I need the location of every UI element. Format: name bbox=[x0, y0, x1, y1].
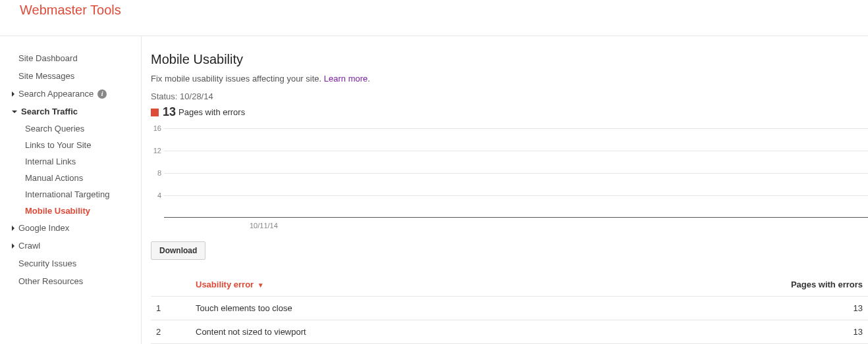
legend-count: 13 bbox=[163, 105, 176, 119]
sidebar-item-label: Internal Links bbox=[25, 157, 76, 166]
chart-y-tick: 4 bbox=[151, 191, 161, 199]
chart-x-tick: 10/11/14 bbox=[250, 222, 278, 230]
sidebar-nav: Site Dashboard Site Messages Search Appe… bbox=[0, 36, 142, 344]
learn-more-link[interactable]: Learn more bbox=[324, 74, 367, 84]
sidebar-item-label: Site Dashboard bbox=[18, 53, 78, 63]
sidebar-item-label: Search Queries bbox=[25, 124, 84, 134]
chevron-right-icon bbox=[12, 91, 14, 97]
sidebar-item-search-traffic[interactable]: Search Traffic bbox=[12, 103, 141, 120]
chart-y-tick: 16 bbox=[151, 124, 161, 132]
sidebar-item-crawl[interactable]: Crawl bbox=[12, 237, 141, 255]
chart-y-tick: 12 bbox=[151, 147, 161, 155]
sidebar-item-dashboard[interactable]: Site Dashboard bbox=[12, 49, 141, 67]
sidebar-item-links-to-site[interactable]: Links to Your Site bbox=[25, 137, 141, 153]
sidebar-item-label: Search Traffic bbox=[21, 107, 78, 116]
sidebar-item-label: Search Appearance bbox=[18, 89, 94, 99]
chevron-down-icon bbox=[12, 111, 17, 113]
errors-chart: 481216 10/11/14 bbox=[151, 126, 868, 231]
chevron-right-icon bbox=[12, 226, 14, 231]
app-title: Webmaster Tools bbox=[20, 0, 121, 18]
chart-line-svg bbox=[164, 128, 868, 344]
sidebar-item-search-appearance[interactable]: Search Appearance i bbox=[12, 85, 141, 103]
sidebar-item-other-resources[interactable]: Other Resources bbox=[12, 272, 141, 290]
sidebar-item-intl-targeting[interactable]: International Targeting bbox=[25, 186, 141, 203]
sidebar-subnav-traffic: Search Queries Links to Your Site Intern… bbox=[12, 120, 141, 219]
sidebar-item-label: International Targeting bbox=[25, 189, 109, 199]
sidebar-item-messages[interactable]: Site Messages bbox=[12, 67, 141, 85]
legend-label: Pages with errors bbox=[178, 107, 245, 117]
sidebar-item-label: Links to Your Site bbox=[25, 140, 91, 150]
sidebar-item-label: Site Messages bbox=[18, 71, 74, 81]
sidebar-item-manual-actions[interactable]: Manual Actions bbox=[25, 170, 141, 186]
chart-y-tick: 8 bbox=[151, 169, 161, 177]
sidebar-item-label: Other Resources bbox=[18, 276, 83, 286]
page-subtitle: Fix mobile usability issues affecting yo… bbox=[151, 74, 868, 84]
sidebar-item-internal-links[interactable]: Internal Links bbox=[25, 153, 141, 170]
info-icon[interactable]: i bbox=[97, 89, 107, 99]
chevron-right-icon bbox=[12, 243, 14, 249]
sidebar-item-mobile-usability[interactable]: Mobile Usability bbox=[25, 203, 141, 219]
sidebar-item-google-index[interactable]: Google Index bbox=[12, 219, 141, 237]
sidebar-item-label: Security Issues bbox=[18, 258, 76, 268]
sidebar-item-label: Google Index bbox=[18, 223, 69, 233]
page-title: Mobile Usability bbox=[151, 52, 868, 67]
status-line: Status: 10/28/14 bbox=[151, 91, 868, 101]
subtitle-text: Fix mobile usability issues affecting yo… bbox=[151, 74, 324, 84]
main-content: Mobile Usability Fix mobile usability is… bbox=[142, 36, 868, 344]
app-header: Webmaster Tools bbox=[0, 0, 868, 36]
chart-plot-area bbox=[164, 128, 868, 218]
sidebar-item-label: Manual Actions bbox=[25, 173, 83, 183]
chart-legend: 13 Pages with errors bbox=[151, 105, 868, 119]
legend-swatch-icon bbox=[151, 109, 159, 116]
sidebar-item-label: Crawl bbox=[18, 241, 40, 251]
sidebar-item-search-queries[interactable]: Search Queries bbox=[25, 120, 141, 137]
sidebar-item-label: Mobile Usability bbox=[25, 206, 90, 216]
sidebar-item-security-issues[interactable]: Security Issues bbox=[12, 255, 141, 272]
